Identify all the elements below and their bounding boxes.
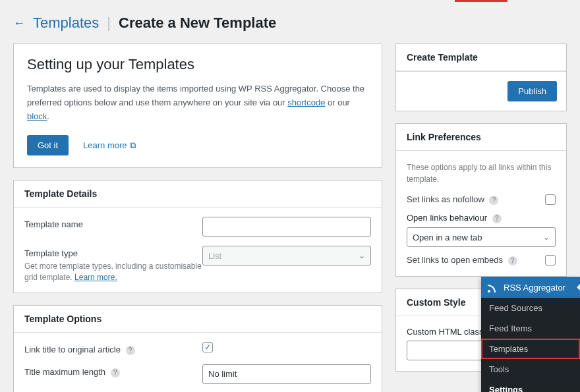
link-preferences-title: Link Preferences: [396, 124, 566, 151]
admin-submenu-item[interactable]: Feed Sources: [481, 298, 580, 318]
chevron-down-icon: ⌄: [359, 251, 365, 260]
template-type-learn-more-link[interactable]: Learn more.: [74, 273, 117, 282]
link-preferences-panel: Link Preferences These options apply to …: [395, 123, 567, 277]
intro-panel: Setting up your Templates Templates are …: [13, 43, 382, 168]
admin-submenu-item[interactable]: Tools: [481, 359, 580, 379]
nofollow-label: Set links as nofollow: [407, 194, 484, 204]
header-separator: |: [107, 14, 111, 32]
rss-icon: [488, 282, 498, 293]
page-title: Create a New Template: [119, 14, 276, 32]
admin-submenu-item[interactable]: Settings: [481, 379, 580, 392]
nofollow-checkbox[interactable]: [545, 194, 556, 205]
embeds-label: Set links to open embeds: [407, 255, 503, 265]
got-it-button[interactable]: Got it: [27, 135, 69, 155]
open-behaviour-label: Open links behaviour: [407, 213, 487, 223]
template-type-select[interactable]: List ⌄: [202, 246, 371, 266]
template-name-input[interactable]: [202, 217, 371, 237]
template-details-panel: Template Details Template name Template …: [13, 180, 382, 293]
admin-submenu-item[interactable]: Templates: [481, 339, 580, 359]
page-header: ← Templates | Create a New Template: [13, 14, 567, 32]
admin-submenu: RSS Aggregator Feed SourcesFeed ItemsTem…: [481, 277, 580, 392]
template-options-panel: Template Options Link title to original …: [13, 305, 382, 392]
admin-submenu-header[interactable]: RSS Aggregator: [481, 277, 580, 298]
help-icon[interactable]: ?: [508, 256, 517, 266]
help-icon[interactable]: ?: [489, 196, 498, 205]
template-name-label: Template name: [24, 217, 202, 229]
publish-button[interactable]: Publish: [508, 81, 557, 101]
external-link-icon: ⧉: [130, 140, 136, 150]
link-title-checkbox[interactable]: ✓: [202, 342, 213, 352]
create-template-title: Create Template: [396, 44, 566, 71]
link-title-label: Link title to original article: [24, 345, 121, 354]
link-preferences-desc: These options apply to all links within …: [407, 161, 556, 185]
title-max-length-label: Title maximum length: [24, 367, 105, 377]
admin-submenu-item[interactable]: Feed Items: [481, 318, 580, 339]
help-icon[interactable]: ?: [126, 346, 135, 355]
learn-more-link[interactable]: Learn more⧉: [83, 140, 135, 151]
template-type-label: Template type: [24, 248, 78, 258]
shortcode-link[interactable]: shortcode: [287, 98, 325, 107]
block-link[interactable]: block: [27, 111, 47, 121]
help-icon[interactable]: ?: [492, 214, 502, 223]
back-arrow-icon[interactable]: ←: [13, 16, 25, 30]
create-template-panel: Create Template Publish: [395, 43, 567, 111]
open-behaviour-select[interactable]: Open in a new tab ⌄: [407, 227, 556, 247]
chevron-down-icon: ⌄: [543, 233, 550, 242]
intro-heading: Setting up your Templates: [27, 56, 368, 73]
template-details-title: Template Details: [14, 181, 382, 208]
help-icon[interactable]: ?: [111, 368, 120, 378]
template-options-title: Template Options: [14, 306, 382, 333]
title-max-length-input[interactable]: [202, 364, 371, 384]
intro-text: Templates are used to display the items …: [27, 82, 368, 123]
embeds-checkbox[interactable]: [545, 255, 556, 266]
back-link[interactable]: Templates: [33, 14, 99, 32]
custom-class-label: Custom HTML class: [407, 327, 484, 337]
